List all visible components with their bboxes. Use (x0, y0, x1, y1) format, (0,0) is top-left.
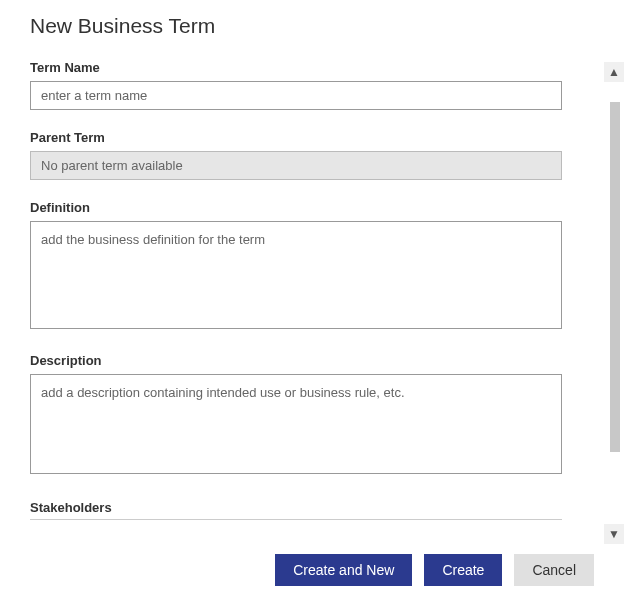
definition-input[interactable] (30, 221, 562, 329)
page-title: New Business Term (30, 14, 562, 38)
definition-group: Definition (30, 200, 562, 333)
description-input[interactable] (30, 374, 562, 474)
button-row: Create and New Create Cancel (275, 554, 594, 586)
create-button[interactable]: Create (424, 554, 502, 586)
term-name-input[interactable] (30, 81, 562, 110)
definition-label: Definition (30, 200, 562, 215)
term-name-label: Term Name (30, 60, 562, 75)
parent-term-label: Parent Term (30, 130, 562, 145)
parent-term-display: No parent term available (30, 151, 562, 180)
form-panel: New Business Term Term Name Parent Term … (0, 0, 592, 548)
scrollbar-thumb[interactable] (610, 102, 620, 452)
description-group: Description (30, 353, 562, 478)
parent-term-group: Parent Term No parent term available (30, 130, 562, 180)
chevron-up-icon: ▲ (608, 66, 620, 78)
chevron-down-icon: ▼ (608, 528, 620, 540)
create-and-new-button[interactable]: Create and New (275, 554, 412, 586)
cancel-button[interactable]: Cancel (514, 554, 594, 586)
term-name-group: Term Name (30, 60, 562, 110)
stakeholders-header: Stakeholders (30, 500, 562, 520)
description-label: Description (30, 353, 562, 368)
scroll-down-button[interactable]: ▼ (604, 524, 624, 544)
scroll-up-button[interactable]: ▲ (604, 62, 624, 82)
